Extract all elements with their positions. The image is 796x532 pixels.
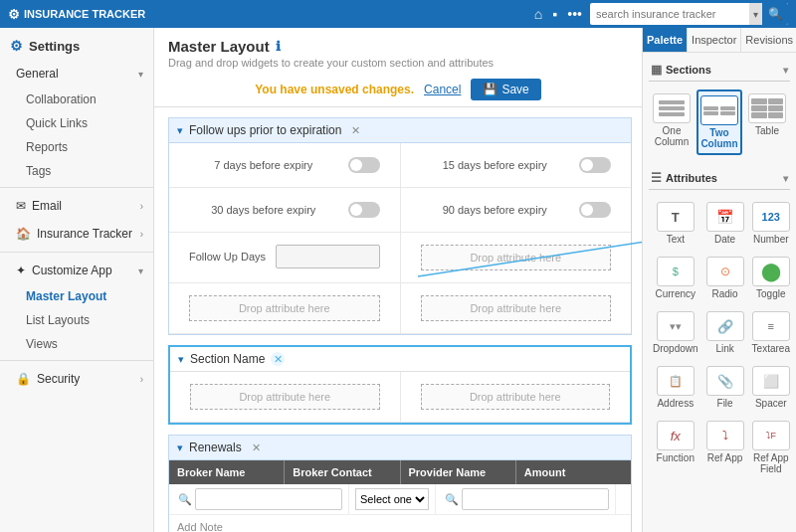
widget-dropdown[interactable]: ▾▾ Dropdown bbox=[651, 307, 700, 358]
follow-ups-15days-toggle-row: 15 days before expiry bbox=[411, 151, 622, 179]
renewals-search-1[interactable] bbox=[195, 488, 342, 510]
panel-sections-group: ▦ Sections ▾ One Column bbox=[643, 53, 796, 161]
email-icon: ✉ bbox=[16, 199, 26, 213]
info-icon[interactable]: ℹ bbox=[276, 39, 281, 54]
toggle-7days[interactable] bbox=[348, 157, 380, 173]
renewals-search-3[interactable] bbox=[462, 488, 609, 510]
number-icon-box: 123 bbox=[752, 202, 790, 232]
follow-up-days-label: Follow Up Days bbox=[189, 251, 266, 263]
follow-up-days-input[interactable] bbox=[276, 245, 379, 268]
sidebar-item-security[interactable]: 🔒 Security › bbox=[0, 365, 153, 393]
sidebar-gear-icon: ⚙ bbox=[10, 38, 23, 54]
tab-palette[interactable]: Palette bbox=[643, 28, 688, 52]
panel-attributes-header: ☰ Attributes ▾ bbox=[649, 167, 790, 190]
widget-ref-app-field[interactable]: ⤵F Ref App Field bbox=[750, 417, 792, 478]
sections-collapse-icon[interactable]: ▾ bbox=[783, 65, 788, 76]
search-button[interactable]: 🔍 bbox=[762, 3, 788, 25]
number-label: Number bbox=[753, 234, 789, 245]
sidebar-sub-reports[interactable]: Reports bbox=[0, 135, 153, 159]
follow-ups-header: ▾ Follow ups prior to expiration ✕ bbox=[169, 118, 631, 143]
sidebar-divider-1 bbox=[0, 187, 153, 188]
drop-zone-right-cell: Drop attribute here bbox=[401, 283, 632, 333]
cancel-link[interactable]: Cancel bbox=[424, 83, 461, 96]
sidebar-title: Settings bbox=[29, 39, 80, 54]
sidebar-sub-quicklinks[interactable]: Quick Links bbox=[0, 111, 153, 135]
drop-zone-section-name-left[interactable]: Drop attribute here bbox=[190, 384, 380, 410]
drop-zone-follow-up-right2[interactable]: Drop attribute here bbox=[421, 295, 612, 321]
sidebar-security-label: Security bbox=[37, 372, 80, 386]
drop-zone-follow-up-left[interactable]: Drop attribute here bbox=[189, 295, 380, 321]
widget-radio[interactable]: ⊙ Radio bbox=[704, 253, 746, 303]
renewals-search-cell-1: 🔍 bbox=[169, 484, 349, 514]
function-label: Function bbox=[657, 452, 695, 463]
sidebar-item-insurance-tracker[interactable]: 🏠 Insurance Tracker › bbox=[0, 220, 153, 248]
address-label: Address bbox=[657, 398, 694, 409]
drop-zone-follow-up-right[interactable]: Drop attribute here bbox=[421, 245, 612, 270]
table-label: Table bbox=[755, 125, 779, 136]
attributes-panel-icon: ☰ bbox=[651, 171, 662, 185]
section-name-drop-right: Drop attribute here bbox=[401, 372, 631, 422]
widget-address[interactable]: 📋 Address bbox=[651, 362, 700, 413]
number-icon: 123 bbox=[762, 211, 780, 223]
home-icon[interactable]: ⌂ bbox=[534, 6, 542, 22]
drop-zone-section-name-right[interactable]: Drop attribute here bbox=[421, 384, 611, 410]
attributes-collapse-icon[interactable]: ▾ bbox=[783, 173, 788, 184]
widget-two-column[interactable]: Two Column bbox=[696, 89, 742, 155]
widget-function[interactable]: fx Function bbox=[651, 417, 700, 478]
widget-file[interactable]: 📎 File bbox=[704, 362, 746, 413]
save-button[interactable]: 💾 Save bbox=[471, 79, 540, 100]
search-input[interactable] bbox=[590, 8, 749, 20]
widget-spacer[interactable]: ⬜ Spacer bbox=[750, 362, 792, 413]
widget-text[interactable]: T Text bbox=[651, 198, 700, 249]
widget-textarea[interactable]: ≡ Textarea bbox=[750, 307, 792, 358]
widget-ref-app[interactable]: ⤵ Ref App bbox=[704, 417, 746, 478]
widget-link[interactable]: 🔗 Link bbox=[704, 307, 746, 358]
follow-ups-collapse[interactable]: ▾ bbox=[177, 124, 183, 137]
panel-sections-header: ▦ Sections ▾ bbox=[649, 59, 790, 82]
widget-number[interactable]: 123 Number bbox=[750, 198, 792, 249]
radio-icon-box: ⊙ bbox=[706, 257, 744, 286]
follow-ups-drop-row: Drop attribute here Drop attribute here bbox=[169, 283, 631, 334]
panel-attributes-label: Attributes bbox=[666, 172, 717, 184]
tab-inspector[interactable]: Inspector bbox=[688, 28, 741, 52]
sidebar-sub-tags[interactable]: Tags bbox=[0, 159, 153, 183]
section-name-remove-icon[interactable]: ✕ bbox=[271, 352, 285, 366]
app-logo: ⚙ INSURANCE TRACKER bbox=[8, 7, 145, 22]
textarea-icon-box: ≡ bbox=[752, 311, 790, 341]
top-nav: ⚙ INSURANCE TRACKER ⌂ ▪ ••• ▾ 🔍 bbox=[0, 0, 796, 28]
renewals-select-2[interactable]: Select one bbox=[355, 488, 429, 510]
ref-app-field-icon-box: ⤵F bbox=[752, 421, 790, 450]
table-icon-box bbox=[748, 93, 786, 123]
sidebar-sub-views[interactable]: Views bbox=[0, 332, 153, 356]
more-icon[interactable]: ••• bbox=[567, 6, 582, 22]
sidebar-insurance-label: Insurance Tracker bbox=[37, 227, 132, 241]
right-panel: Palette Inspector Revisions ▦ Sections ▾ bbox=[642, 28, 796, 532]
widget-one-column[interactable]: One Column bbox=[651, 89, 693, 155]
search-dropdown-button[interactable]: ▾ bbox=[749, 3, 762, 25]
widget-date[interactable]: 📅 Date bbox=[704, 198, 746, 249]
customize-chevron-icon: ▾ bbox=[138, 266, 143, 276]
section-name-collapse[interactable]: ▾ bbox=[178, 353, 184, 366]
renewals-collapse[interactable]: ▾ bbox=[177, 442, 183, 454]
toggle-30days[interactable] bbox=[348, 202, 380, 218]
sidebar-item-customize[interactable]: ✦ Customize App ▾ bbox=[0, 257, 153, 284]
sidebar-sub-collaboration[interactable]: Collaboration bbox=[0, 88, 153, 111]
renewals-search-cell-3: 🔍 bbox=[436, 484, 616, 514]
sidebar-item-general[interactable]: General ▾ bbox=[0, 60, 153, 88]
follow-ups-7days-toggle-row: 7 days before expiry bbox=[179, 151, 390, 179]
follow-ups-remove-icon[interactable]: ✕ bbox=[351, 124, 360, 137]
sidebar-item-email[interactable]: ✉ Email › bbox=[0, 192, 153, 220]
sidebar-sub-masterlayout[interactable]: Master Layout bbox=[0, 284, 153, 308]
widget-table[interactable]: Table bbox=[746, 89, 788, 155]
tab-revisions[interactable]: Revisions bbox=[741, 28, 796, 52]
sidebar-sub-listlayouts[interactable]: List Layouts bbox=[0, 308, 153, 332]
function-icon: fx bbox=[671, 429, 681, 443]
add-note-row[interactable]: Add Note bbox=[169, 515, 631, 532]
widget-currency[interactable]: $ Currency bbox=[651, 253, 700, 303]
toggle-90days[interactable] bbox=[579, 202, 611, 218]
toggle-15days[interactable] bbox=[579, 157, 611, 173]
chart-icon[interactable]: ▪ bbox=[552, 6, 557, 22]
one-column-label: One Column bbox=[653, 125, 691, 147]
widget-toggle[interactable]: ⬤ Toggle bbox=[750, 253, 792, 303]
renewals-remove-icon[interactable]: ✕ bbox=[252, 442, 261, 454]
